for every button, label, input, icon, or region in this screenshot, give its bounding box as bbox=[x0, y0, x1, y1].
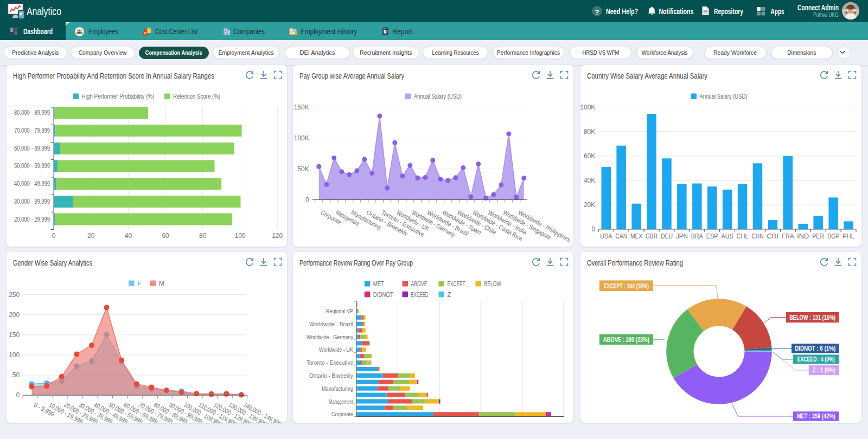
svg-text:Management: Management bbox=[329, 398, 354, 405]
svg-text:0: 0 bbox=[52, 232, 55, 240]
svg-text:Apps: Apps bbox=[771, 7, 784, 16]
svg-text:100: 100 bbox=[9, 351, 20, 359]
svg-text:30,000 - 39,999: 30,000 - 39,999 bbox=[14, 198, 50, 205]
svg-text:Toronto - Executive: Toronto - Executive bbox=[307, 359, 353, 366]
svg-text:BELOW : 131 (15%): BELOW : 131 (15%) bbox=[789, 314, 835, 321]
svg-text:Repository: Repository bbox=[714, 7, 743, 16]
svg-text:High Performer Probability (%): High Performer Probability (%) bbox=[81, 93, 154, 100]
svg-text:Notifications: Notifications bbox=[659, 7, 693, 16]
svg-text:Country Wise Salary Average An: Country Wise Salary Average Annual Salar… bbox=[587, 72, 707, 80]
svg-text:FRA: FRA bbox=[782, 233, 794, 240]
svg-text:EXCEPT : 164 (19%): EXCEPT : 164 (19%) bbox=[603, 282, 648, 290]
svg-text:Workforce Analysis: Workforce Analysis bbox=[642, 49, 688, 56]
svg-text:200: 200 bbox=[9, 311, 20, 319]
svg-text:50,000 - 59,999: 50,000 - 59,999 bbox=[14, 162, 50, 170]
svg-text:PHL: PHL bbox=[843, 233, 854, 240]
svg-text:ESP: ESP bbox=[706, 233, 718, 240]
svg-text:Learning Resources: Learning Resources bbox=[432, 49, 479, 56]
svg-text:0: 0 bbox=[591, 225, 595, 233]
svg-text:Dimensions: Dimensions bbox=[787, 49, 816, 56]
svg-text:Cost Center List: Cost Center List bbox=[155, 27, 197, 36]
svg-text:Overall Performance Review Rat: Overall Performance Review Rating bbox=[587, 259, 683, 267]
svg-text:60: 60 bbox=[162, 232, 169, 240]
svg-text:PER: PER bbox=[812, 233, 824, 240]
svg-text:Companies: Companies bbox=[233, 27, 265, 36]
svg-text:BELOW: BELOW bbox=[484, 280, 501, 288]
svg-text:USA: USA bbox=[600, 233, 612, 240]
svg-text:DEU: DEU bbox=[661, 233, 673, 240]
svg-text:Dashboard: Dashboard bbox=[23, 27, 53, 36]
svg-text:JPN: JPN bbox=[675, 233, 687, 240]
svg-text:CRI: CRI bbox=[767, 233, 778, 240]
svg-text:DIDNOT : 6 (1%): DIDNOT : 6 (1%) bbox=[795, 345, 835, 352]
svg-text:250: 250 bbox=[9, 291, 20, 299]
svg-text:60,000 - 69,999: 60,000 - 69,999 bbox=[14, 145, 50, 152]
svg-text:Performance Infographics: Performance Infographics bbox=[497, 49, 560, 56]
svg-text:Predictive Analysis: Predictive Analysis bbox=[12, 49, 59, 56]
svg-text:120: 120 bbox=[272, 232, 283, 240]
svg-text:EXCEED : 4 (0%): EXCEED : 4 (0%) bbox=[797, 356, 834, 363]
svg-text:Need Help?: Need Help? bbox=[606, 7, 638, 16]
svg-text:ABOVE: ABOVE bbox=[411, 280, 427, 288]
svg-text:150: 150 bbox=[9, 331, 20, 339]
svg-text:HRSD VS WFM: HRSD VS WFM bbox=[583, 49, 620, 56]
svg-text:Z: Z bbox=[448, 291, 451, 299]
svg-text:Company Overview: Company Overview bbox=[79, 49, 127, 56]
svg-text:SGP: SGP bbox=[827, 233, 839, 240]
svg-text:IND: IND bbox=[797, 233, 809, 240]
svg-text:CAN: CAN bbox=[615, 233, 627, 240]
svg-text:Compensation Analysis: Compensation Analysis bbox=[145, 49, 202, 56]
svg-text:Employment Analytics: Employment Analytics bbox=[219, 49, 274, 56]
svg-text:100K: 100K bbox=[580, 104, 595, 111]
svg-text:50: 50 bbox=[12, 371, 20, 379]
svg-text:Gender Wise Salary Analytics: Gender Wise Salary Analytics bbox=[13, 259, 92, 267]
svg-text:20K: 20K bbox=[583, 201, 595, 209]
svg-text:150K: 150K bbox=[294, 104, 309, 111]
svg-text:0: 0 bbox=[305, 196, 309, 204]
svg-text:Analytico: Analytico bbox=[27, 5, 61, 17]
svg-text:?: ? bbox=[595, 8, 599, 16]
svg-text:Worldwide - Germany: Worldwide - Germany bbox=[307, 334, 353, 340]
svg-text:EXCEED: EXCEED bbox=[411, 291, 429, 299]
svg-text:ABOVE : 200 (23%): ABOVE : 200 (23%) bbox=[603, 336, 649, 344]
svg-text:20,000 - 29,999: 20,000 - 29,999 bbox=[14, 216, 50, 223]
svg-text:BRA: BRA bbox=[691, 233, 703, 240]
svg-text:Retention Score (%): Retention Score (%) bbox=[173, 93, 220, 100]
svg-text:40K: 40K bbox=[583, 177, 595, 184]
svg-text:Performance Review Rating Over: Performance Review Rating Over Pay Group bbox=[299, 259, 413, 267]
svg-text:CHL: CHL bbox=[736, 233, 748, 240]
svg-text:EXCEPT: EXCEPT bbox=[448, 280, 465, 288]
svg-text:Recruitment Insights: Recruitment Insights bbox=[360, 49, 412, 56]
svg-text:MEX: MEX bbox=[630, 233, 642, 240]
svg-text:40: 40 bbox=[124, 232, 132, 240]
svg-text:MET: MET bbox=[373, 280, 385, 288]
svg-text:100: 100 bbox=[234, 232, 245, 240]
svg-text:Worldwide - UK: Worldwide - UK bbox=[319, 346, 353, 353]
svg-text:Regional VP: Regional VP bbox=[326, 308, 353, 314]
svg-text:High Performer Probability And: High Performer Probability And Retention… bbox=[13, 72, 214, 80]
svg-text:DIDNOT: DIDNOT bbox=[373, 291, 394, 299]
svg-text:Ontario - Biweekly: Ontario - Biweekly bbox=[309, 372, 353, 379]
svg-text:Prithwi UKG: Prithwi UKG bbox=[813, 11, 839, 18]
svg-text:GBR: GBR bbox=[646, 233, 658, 240]
svg-text:AUS: AUS bbox=[721, 233, 733, 240]
svg-text:Connect Admin: Connect Admin bbox=[797, 3, 839, 12]
svg-text:80: 80 bbox=[199, 232, 207, 240]
svg-text:CHN: CHN bbox=[751, 233, 763, 240]
svg-text:Worldwide - Brazil: Worldwide - Brazil bbox=[309, 321, 353, 327]
svg-text:80K: 80K bbox=[583, 128, 595, 135]
svg-text:Z : 1 (0%): Z : 1 (0%) bbox=[812, 366, 835, 374]
svg-text:DEI Analytics: DEI Analytics bbox=[300, 49, 335, 56]
svg-text:Employees: Employees bbox=[88, 27, 118, 36]
svg-text:Ready Workforce: Ready Workforce bbox=[713, 49, 757, 56]
svg-text:0: 0 bbox=[16, 391, 20, 399]
svg-text:Employment History: Employment History bbox=[301, 27, 357, 36]
svg-text:Annual Salary (USD): Annual Salary (USD) bbox=[414, 93, 462, 100]
svg-text:40,000 - 49,999: 40,000 - 49,999 bbox=[14, 180, 50, 188]
svg-text:Report: Report bbox=[392, 27, 412, 36]
svg-text:Annual Salary (USD): Annual Salary (USD) bbox=[699, 93, 747, 100]
svg-text:MET : 359 (42%): MET : 359 (42%) bbox=[796, 412, 835, 420]
svg-text:M: M bbox=[158, 280, 164, 287]
svg-text:Pay Group wise Average Annual: Pay Group wise Average Annual Salary bbox=[299, 72, 404, 80]
svg-text:50K: 50K bbox=[297, 165, 309, 173]
